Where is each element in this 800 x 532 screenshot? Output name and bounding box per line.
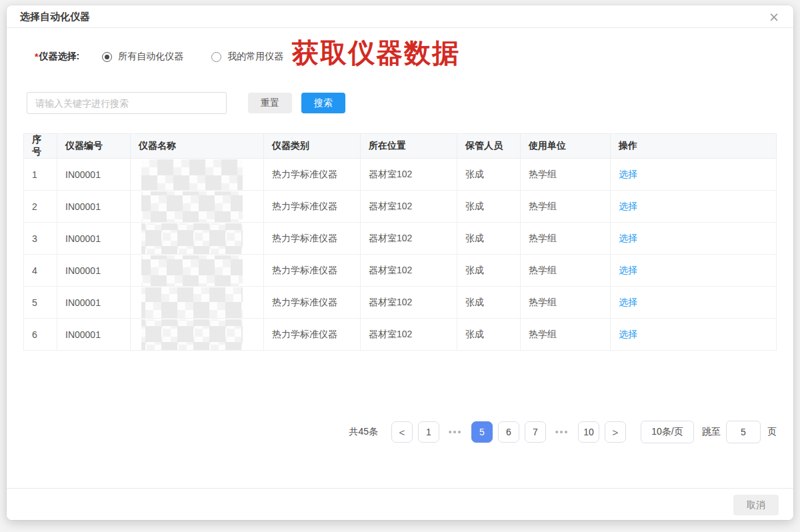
cell-name: [131, 319, 264, 351]
cell-keeper: 张成: [457, 319, 521, 351]
cell-action: 选择: [611, 287, 777, 319]
col-unit: 使用单位: [521, 134, 611, 159]
cell-action: 选择: [611, 319, 777, 351]
select-link[interactable]: 选择: [619, 201, 637, 211]
dialog-header: 选择自动化仪器 ×: [7, 5, 793, 28]
total-count: 共45条: [349, 426, 378, 438]
jump-page-input[interactable]: [726, 421, 761, 443]
table-row: 4 IN00001 热力学标准仪器 器材室102 张成 热学组 选择: [24, 255, 777, 287]
cell-keeper: 张成: [457, 159, 521, 191]
cell-category: 热力学标准仪器: [264, 159, 361, 191]
cell-unit: 热学组: [521, 287, 611, 319]
cell-name: [131, 287, 264, 319]
col-name: 仪器名称: [131, 134, 264, 159]
cell-keeper: 张成: [457, 287, 521, 319]
cell-unit: 热学组: [521, 223, 611, 255]
dialog-title: 选择自动化仪器: [20, 11, 90, 23]
cell-category: 热力学标准仪器: [264, 223, 361, 255]
page-button-6[interactable]: 6: [498, 421, 519, 443]
cell-index: 6: [24, 319, 57, 351]
table-row: 1 IN00001 热力学标准仪器 器材室102 张成 热学组 选择: [24, 159, 777, 191]
redacted-name-blur: [141, 223, 243, 254]
cell-code: IN00001: [57, 191, 131, 223]
cell-action: 选择: [611, 255, 777, 287]
cell-name: [131, 191, 264, 223]
cell-action: 选择: [611, 223, 777, 255]
page-button-1[interactable]: 1: [418, 421, 439, 443]
cell-location: 器材室102: [361, 191, 457, 223]
reset-button[interactable]: 重置: [248, 93, 292, 113]
cell-location: 器材室102: [361, 159, 457, 191]
cell-index: 2: [24, 191, 57, 223]
col-location: 所在位置: [361, 134, 457, 159]
next-page-button[interactable]: >: [605, 421, 626, 443]
instrument-filter-group: * 仪器选择: 所有自动化仪器 我的常用仪器: [35, 49, 283, 64]
select-link[interactable]: 选择: [619, 265, 637, 275]
cell-index: 5: [24, 287, 57, 319]
col-index: 序号: [24, 134, 57, 159]
col-code: 仪器编号: [57, 134, 131, 159]
table-header: 序号 仪器编号 仪器名称 仪器类别 所在位置 保管人员 使用单位 操作: [24, 134, 777, 159]
required-mark: *: [35, 51, 38, 62]
radio-all-instruments[interactable]: 所有自动化仪器: [102, 51, 183, 63]
col-keeper: 保管人员: [457, 134, 521, 159]
page-button-10[interactable]: 10: [578, 421, 599, 443]
pagination: 共45条 <1•••567•••10> 10条/页 跳至 页: [349, 419, 777, 445]
table-body: 1 IN00001 热力学标准仪器 器材室102 张成 热学组 选择 2 IN0…: [24, 159, 777, 351]
redacted-name-blur: [141, 319, 243, 350]
cell-unit: 热学组: [521, 159, 611, 191]
search-input[interactable]: [27, 92, 227, 114]
page-unit-label: 页: [767, 426, 777, 438]
cell-code: IN00001: [57, 287, 131, 319]
col-action: 操作: [611, 134, 777, 159]
cell-index: 4: [24, 255, 57, 287]
radio-my-label: 我的常用仪器: [227, 51, 283, 63]
instrument-table: 序号 仪器编号 仪器名称 仪器类别 所在位置 保管人员 使用单位 操作 1 IN…: [23, 133, 777, 351]
cell-index: 1: [24, 159, 57, 191]
search-row: 重置 搜索: [27, 92, 345, 114]
radio-unselected-icon[interactable]: [211, 52, 221, 62]
pagination-pages: <1•••567•••10>: [389, 421, 629, 443]
select-link[interactable]: 选择: [619, 297, 637, 307]
cell-category: 热力学标准仪器: [264, 319, 361, 351]
search-button[interactable]: 搜索: [301, 93, 345, 113]
red-annotation-text: 获取仪器数据: [292, 35, 460, 71]
cell-action: 选择: [611, 191, 777, 223]
cell-category: 热力学标准仪器: [264, 255, 361, 287]
radio-my-instruments[interactable]: 我的常用仪器: [211, 51, 283, 63]
select-link[interactable]: 选择: [619, 329, 637, 339]
cell-code: IN00001: [57, 159, 131, 191]
table-row: 5 IN00001 热力学标准仪器 器材室102 张成 热学组 选择: [24, 287, 777, 319]
page-ellipsis: •••: [445, 421, 466, 443]
select-instrument-dialog: 选择自动化仪器 × * 仪器选择: 所有自动化仪器 我的常用仪器 获取仪器数据 …: [7, 5, 793, 520]
page-button-5[interactable]: 5: [471, 421, 493, 443]
filter-label: 仪器选择:: [39, 51, 79, 63]
cell-keeper: 张成: [457, 223, 521, 255]
cell-name: [131, 255, 264, 287]
col-category: 仪器类别: [264, 134, 361, 159]
cancel-button[interactable]: 取消: [733, 495, 779, 515]
cell-unit: 热学组: [521, 191, 611, 223]
redacted-name-blur: [141, 287, 243, 318]
redacted-name-blur: [141, 159, 243, 190]
radio-all-label: 所有自动化仪器: [118, 51, 183, 63]
redacted-name-blur: [141, 255, 243, 286]
table-row: 2 IN00001 热力学标准仪器 器材室102 张成 热学组 选择: [24, 191, 777, 223]
cell-name: [131, 223, 264, 255]
cell-unit: 热学组: [521, 255, 611, 287]
cell-location: 器材室102: [361, 319, 457, 351]
radio-selected-icon[interactable]: [102, 52, 112, 62]
cell-code: IN00001: [57, 255, 131, 287]
select-link[interactable]: 选择: [619, 233, 637, 243]
page-size-select[interactable]: 10条/页: [641, 421, 694, 443]
cell-action: 选择: [611, 159, 777, 191]
cell-code: IN00001: [57, 223, 131, 255]
cell-location: 器材室102: [361, 255, 457, 287]
page-ellipsis: •••: [551, 421, 573, 443]
page-button-7[interactable]: 7: [525, 421, 546, 443]
close-icon[interactable]: ×: [767, 9, 781, 24]
cell-unit: 热学组: [521, 319, 611, 351]
jump-to-label: 跳至: [702, 426, 721, 438]
prev-page-button[interactable]: <: [391, 421, 413, 443]
select-link[interactable]: 选择: [619, 169, 637, 179]
